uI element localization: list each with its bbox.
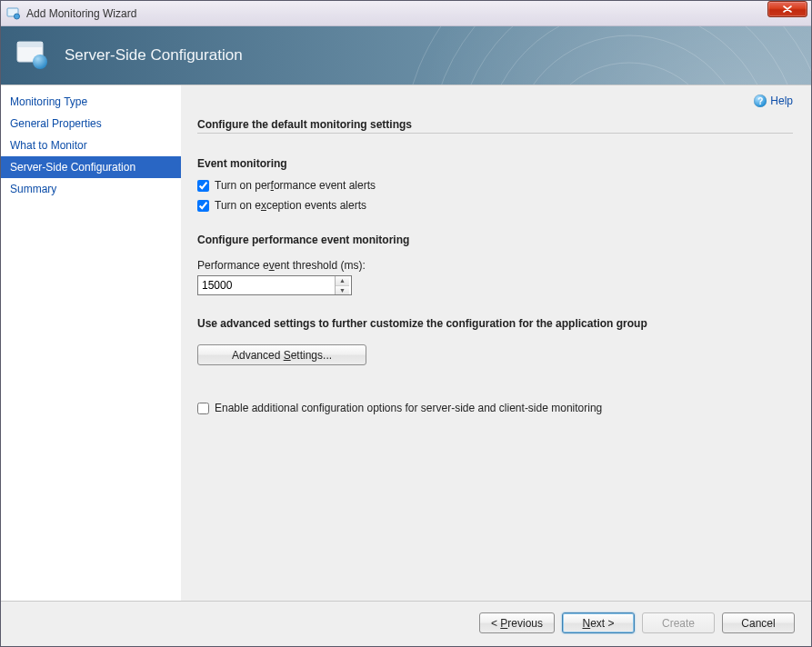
advanced-header: Use advanced settings to further customi…	[197, 317, 793, 330]
previous-button[interactable]: < Previous	[479, 612, 555, 633]
close-icon	[783, 5, 792, 13]
spinner-up[interactable]: ▲	[336, 276, 349, 286]
sidebar: Monitoring Type General Properties What …	[1, 85, 181, 601]
threshold-input[interactable]	[198, 276, 335, 294]
sidebar-item-what-to-monitor[interactable]: What to Monitor	[1, 134, 181, 156]
perf-alert-row: Turn on performance event alerts	[197, 179, 793, 192]
help-label: Help	[770, 95, 793, 107]
cancel-button[interactable]: Cancel	[722, 612, 795, 633]
enable-additional-label: Enable additional configuration options …	[215, 402, 602, 414]
banner: Server-Side Configuration	[1, 26, 811, 85]
svg-point-1	[15, 14, 20, 19]
exception-alert-checkbox[interactable]	[197, 200, 209, 212]
titlebar: Add Monitoring Wizard	[1, 1, 811, 26]
svg-point-9	[429, 26, 811, 85]
body: Monitoring Type General Properties What …	[1, 85, 811, 601]
perf-alert-checkbox[interactable]	[197, 180, 209, 192]
svg-point-10	[402, 26, 811, 85]
create-button: Create	[642, 612, 715, 633]
footer: < Previous Next > Create Cancel	[1, 601, 811, 646]
advanced-settings-button[interactable]: Advanced Settings...	[197, 344, 366, 365]
main-panel: ? Help Configure the default monitoring …	[181, 85, 811, 601]
spinner-down[interactable]: ▼	[336, 286, 349, 295]
spinner-arrows: ▲ ▼	[335, 276, 349, 294]
svg-point-8	[456, 26, 802, 85]
wizard-window: Add Monitoring Wizard Server-Side Co	[0, 0, 812, 647]
event-monitoring-header: Event monitoring	[197, 157, 793, 170]
close-button[interactable]	[767, 1, 807, 17]
enable-additional-row: Enable additional configuration options …	[197, 402, 793, 414]
window-title: Add Monitoring Wizard	[26, 7, 807, 20]
sidebar-item-server-side-configuration[interactable]: Server-Side Configuration	[1, 156, 181, 178]
banner-decoration	[393, 26, 811, 85]
svg-point-7	[484, 26, 775, 85]
enable-additional-checkbox[interactable]	[197, 403, 209, 414]
exception-alert-label: Turn on exception events alerts	[215, 199, 366, 212]
perf-alert-label: Turn on performance event alerts	[215, 179, 376, 192]
svg-point-4	[33, 55, 47, 69]
perf-config-header: Configure performance event monitoring	[197, 234, 793, 246]
configure-title: Configure the default monitoring setting…	[197, 118, 793, 134]
banner-title: Server-Side Configuration	[65, 46, 243, 65]
threshold-label: Performance event threshold (ms):	[197, 259, 793, 272]
banner-icon	[15, 40, 52, 71]
sidebar-item-general-properties[interactable]: General Properties	[1, 113, 181, 134]
svg-point-5	[538, 63, 720, 85]
next-button[interactable]: Next >	[562, 612, 635, 633]
exception-alert-row: Turn on exception events alerts	[197, 199, 793, 212]
app-icon	[6, 6, 21, 21]
help-link[interactable]: ? Help	[754, 95, 793, 107]
threshold-spinner: ▲ ▼	[197, 275, 352, 295]
svg-point-6	[511, 35, 747, 85]
help-icon: ?	[754, 95, 767, 107]
sidebar-item-monitoring-type[interactable]: Monitoring Type	[1, 91, 181, 113]
svg-rect-3	[17, 42, 43, 47]
sidebar-item-summary[interactable]: Summary	[1, 178, 181, 200]
